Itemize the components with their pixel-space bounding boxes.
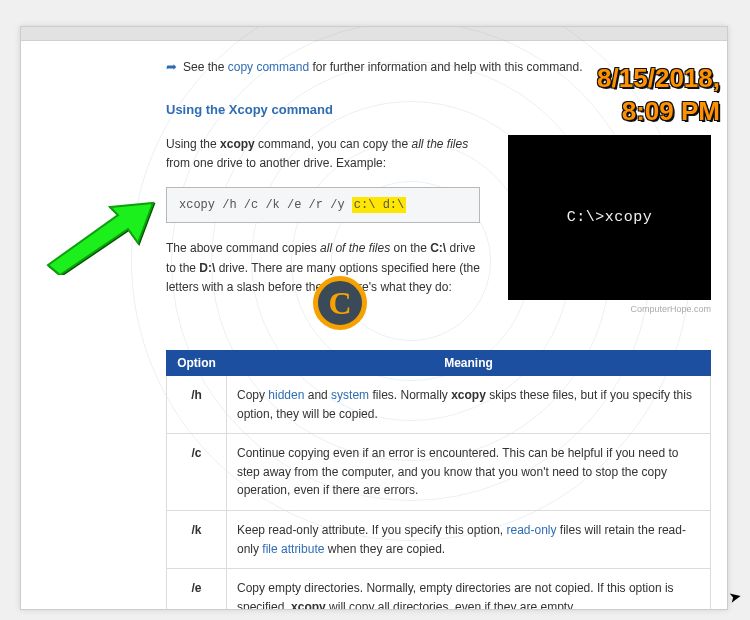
bold-text: C:\ (430, 241, 446, 255)
option-cell: /e (167, 569, 227, 610)
left-column: Using the xcopy command, you can copy th… (166, 135, 480, 297)
see-also-row: ➦ See the copy command for further infor… (166, 59, 711, 74)
th-meaning: Meaning (227, 351, 711, 376)
mouse-cursor-icon: ➤ (727, 587, 743, 607)
page-content: ➦ See the copy command for further infor… (21, 41, 727, 610)
file-attribute-link[interactable]: file attribute (262, 542, 324, 556)
right-column: C:\>xcopy ComputerHope.com (508, 135, 711, 314)
xcopy-bold: xcopy (220, 137, 255, 151)
system-link[interactable]: system (331, 388, 369, 402)
text: on the (390, 241, 430, 255)
bold-text: D:\ (199, 261, 215, 275)
table-row: /h Copy hidden and system files. Normall… (167, 376, 711, 434)
meaning-cell: Keep read-only attribute. If you specify… (227, 510, 711, 568)
text: will copy all directories, even if they … (326, 600, 576, 610)
highlighted-code: c:\ d:\ (352, 197, 406, 213)
th-option: Option (167, 351, 227, 376)
bold-text: xcopy (291, 600, 326, 610)
option-cell: /k (167, 510, 227, 568)
meaning-cell: Copy empty directories. Normally, empty … (227, 569, 711, 610)
readonly-link[interactable]: read-only (506, 523, 556, 537)
copy-command-link[interactable]: copy command (228, 60, 309, 74)
text: and (304, 388, 331, 402)
text: Keep read-only attribute. If you specify… (237, 523, 506, 537)
text: Using the Xcopy (166, 102, 271, 117)
text: See the (183, 60, 228, 74)
section-heading: Using the Xcopy command (166, 102, 711, 117)
italic-text: all the files (411, 137, 468, 151)
text: from one drive to another drive. Example… (166, 156, 386, 170)
see-also-text: See the copy command for further informa… (183, 60, 583, 74)
terminal-text: C:\>xcopy (567, 209, 653, 226)
table-row: /e Copy empty directories. Normally, emp… (167, 569, 711, 610)
text: command, you can copy the (255, 137, 412, 151)
two-column-layout: Using the xcopy command, you can copy th… (166, 135, 711, 314)
arrow-right-icon: ➦ (166, 59, 177, 74)
text: Copy (237, 388, 268, 402)
command-link[interactable]: command (271, 102, 332, 117)
table-row: /k Keep read-only attribute. If you spec… (167, 510, 711, 568)
option-cell: /c (167, 434, 227, 511)
text: The above command copies (166, 241, 320, 255)
meaning-cell: Copy hidden and system files. Normally x… (227, 376, 711, 434)
text: for further information and help with th… (309, 60, 582, 74)
option-cell: /h (167, 376, 227, 434)
table-row: /c Continue copying even if an error is … (167, 434, 711, 511)
text: Using the (166, 137, 220, 151)
image-credit: ComputerHope.com (508, 304, 711, 314)
explanation-paragraph: The above command copies all of the file… (166, 239, 480, 297)
options-table: Option Meaning /h Copy hidden and system… (166, 350, 711, 610)
code-example-box: xcopy /h /c /k /e /r /y c:\ d:\ (166, 187, 480, 223)
window-toolbar (21, 27, 727, 41)
hidden-link[interactable]: hidden (268, 388, 304, 402)
italic-text: all of the files (320, 241, 390, 255)
bold-text: xcopy (451, 388, 486, 402)
text: files. Normally (369, 388, 451, 402)
intro-paragraph: Using the xcopy command, you can copy th… (166, 135, 480, 173)
terminal-screenshot: C:\>xcopy (508, 135, 711, 300)
code-text: xcopy /h /c /k /e /r /y (179, 198, 352, 212)
window-frame: ➦ See the copy command for further infor… (20, 26, 728, 610)
text: when they are copied. (324, 542, 445, 556)
meaning-cell: Continue copying even if an error is enc… (227, 434, 711, 511)
table-header-row: Option Meaning (167, 351, 711, 376)
